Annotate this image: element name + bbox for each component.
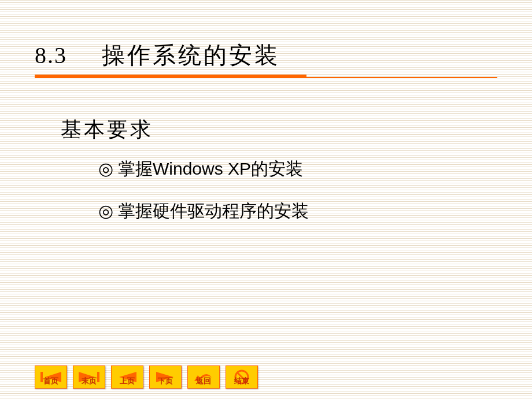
title-block: 8.3 操作系统的安装	[35, 39, 497, 78]
section-title: 操作系统的安装	[102, 39, 280, 71]
nav-label: 返回	[188, 376, 219, 386]
back-button[interactable]: 返回	[187, 365, 220, 389]
nav-label: 上页	[112, 376, 143, 386]
last-page-button[interactable]: 末页	[73, 365, 105, 389]
bullet-marker-icon: ◎	[98, 201, 113, 220]
rule-thick	[35, 75, 306, 78]
prev-page-button[interactable]: 上页	[111, 365, 143, 389]
bullet-marker-icon: ◎	[98, 159, 113, 178]
bullet-text: 掌握Windows XP的安装	[118, 159, 303, 178]
nav-bar: 首页 末页 上页 下页 返回	[35, 365, 258, 389]
nav-label: 首页	[35, 376, 66, 386]
rule-thin	[306, 75, 497, 78]
nav-label: 结束	[226, 376, 257, 386]
list-item: ◎掌握Windows XP的安装	[98, 157, 309, 181]
title-row: 8.3 操作系统的安装	[35, 39, 497, 71]
nav-label: 末页	[73, 376, 105, 386]
bullet-text: 掌握硬件驱动程序的安装	[118, 201, 309, 220]
section-number: 8.3	[35, 42, 67, 69]
first-page-button[interactable]: 首页	[35, 365, 67, 389]
bullet-list: ◎掌握Windows XP的安装 ◎掌握硬件驱动程序的安装	[98, 157, 309, 242]
nav-label: 下页	[150, 376, 181, 386]
title-rule	[35, 75, 497, 78]
list-item: ◎掌握硬件驱动程序的安装	[98, 200, 309, 223]
subheading: 基本要求	[61, 116, 153, 144]
next-page-button[interactable]: 下页	[149, 365, 182, 389]
end-button[interactable]: 结束	[226, 365, 258, 389]
slide: 8.3 操作系统的安装 基本要求 ◎掌握Windows XP的安装 ◎掌握硬件驱…	[0, 0, 532, 399]
